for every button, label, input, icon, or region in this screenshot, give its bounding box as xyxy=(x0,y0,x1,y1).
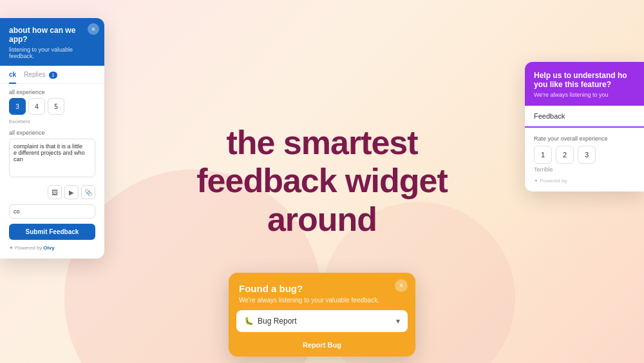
attachment-icon[interactable]: 📎 xyxy=(81,185,95,199)
widget-left: × about how can we app? listening to you… xyxy=(0,18,104,259)
section-label-2: all experience xyxy=(0,130,104,136)
report-bug-label: Report Bug xyxy=(236,337,408,349)
widget-left-header: × about how can we app? listening to you… xyxy=(0,18,104,66)
widget-bottom-title: Found a bug? xyxy=(239,283,405,294)
tab-replies-left[interactable]: Replies 1 xyxy=(24,66,57,83)
rate-experience-label: Rate your overall experience xyxy=(525,135,644,142)
rating-btn-3-right[interactable]: 3 xyxy=(578,146,596,164)
widget-bottom-body: 🐛 Bug Report ▾ Report Bug xyxy=(229,310,415,349)
image-icon[interactable]: 🖼 xyxy=(48,185,62,199)
video-icon[interactable]: ▶ xyxy=(64,185,79,199)
tab-feedback-right[interactable]: Feedback xyxy=(534,106,565,126)
feedback-textarea-left[interactable]: complaint is that it is a little e diffe… xyxy=(9,139,95,177)
widget-left-tabs: ck Replies 1 xyxy=(0,66,104,84)
rating-row-left: 3 4 5 xyxy=(0,98,104,115)
rating-btn-4[interactable]: 4 xyxy=(28,98,45,115)
powered-by-right: ✦ Powered by xyxy=(525,178,644,184)
widget-right-subtitle: We're always listening to you xyxy=(534,92,635,98)
close-button-bottom[interactable]: × xyxy=(395,279,408,292)
powered-by-left: ✦ Powered by Olvy xyxy=(0,245,104,251)
widget-bottom: × Found a bug? We're always listening to… xyxy=(229,273,415,357)
bug-type-dropdown[interactable]: 🐛 Bug Report ▾ xyxy=(236,310,408,332)
widget-right-header: Help us to understand ho you like this f… xyxy=(525,62,644,106)
widget-right-tabs: Feedback xyxy=(525,106,644,128)
tab-feedback-left[interactable]: ck xyxy=(9,66,16,83)
widget-bottom-subtitle: We're always listening to your valuable … xyxy=(239,297,405,304)
headline-line1: the smartest xyxy=(196,124,448,162)
rating-excellent-label: Excellent xyxy=(0,119,104,124)
rating-btn-5[interactable]: 5 xyxy=(48,98,64,115)
rating-btn-3[interactable]: 3 xyxy=(9,98,26,115)
close-button-left[interactable]: × xyxy=(88,23,99,35)
toolbar-left: 🖼 ▶ 📎 xyxy=(0,185,104,199)
widget-left-subtitle: listening to your valuable feedback. xyxy=(9,46,95,59)
submit-button-left[interactable]: Submit Feedback xyxy=(9,224,95,240)
brand-name-left: Olvy xyxy=(43,245,54,251)
rating-row-right: 1 2 3 xyxy=(525,146,644,164)
name-input-left[interactable] xyxy=(9,204,95,219)
replies-badge: 1 xyxy=(49,72,57,79)
widget-right-title: Help us to understand ho you like this f… xyxy=(534,71,635,89)
chevron-down-icon: ▾ xyxy=(396,317,400,326)
widget-left-title: about how can we app? xyxy=(9,26,95,44)
rating-btn-2[interactable]: 2 xyxy=(556,146,574,164)
section-label-1: all experience xyxy=(0,89,104,95)
dropdown-label: 🐛 Bug Report xyxy=(244,317,297,326)
widget-bottom-header: × Found a bug? We're always listening to… xyxy=(229,273,415,310)
terrible-label: Terrible xyxy=(525,166,644,173)
rating-btn-1[interactable]: 1 xyxy=(534,146,552,164)
widget-right: Help us to understand ho you like this f… xyxy=(525,62,644,191)
